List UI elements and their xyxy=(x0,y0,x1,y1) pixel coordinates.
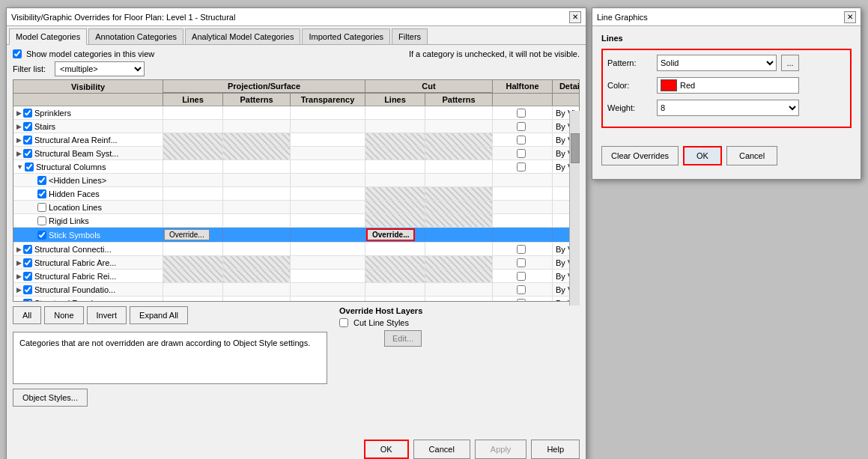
tab-filters[interactable]: Filters xyxy=(392,28,428,44)
main-close-button[interactable]: ✕ xyxy=(569,11,581,23)
table-row[interactable]: ▶ Structural Framing By View xyxy=(13,297,579,301)
halftone-checkbox[interactable] xyxy=(517,299,526,302)
show-model-checkbox-label[interactable]: Show model categories in this view xyxy=(13,49,154,58)
tabs-bar: Model Categories Annotation Categories A… xyxy=(7,26,586,45)
pattern-select[interactable]: Solid xyxy=(657,55,777,71)
show-model-label: Show model categories in this view xyxy=(26,49,154,58)
row-checkbox[interactable] xyxy=(23,122,32,131)
cut-line-styles-label: Cut Line Styles xyxy=(353,318,409,327)
table-row[interactable]: ▶ Structural Foundatio... By View xyxy=(13,283,579,297)
row-checkbox[interactable] xyxy=(23,149,32,158)
color-row: Color: Red xyxy=(607,77,846,94)
cut-line-styles-checkbox[interactable] xyxy=(339,318,348,327)
line-cancel-button[interactable]: Cancel xyxy=(726,146,777,165)
edit-button[interactable]: Edit... xyxy=(384,330,422,347)
pattern-browse-button[interactable]: ... xyxy=(781,55,799,71)
main-dialog: Visibility/Graphic Overrides for Floor P… xyxy=(6,7,586,459)
color-swatch xyxy=(661,79,677,91)
row-checkbox[interactable] xyxy=(25,162,34,171)
tab-model-categories[interactable]: Model Categories xyxy=(9,28,87,45)
lines-section-label: Lines xyxy=(601,34,852,43)
scrollbar-thumb[interactable] xyxy=(571,133,580,163)
table-row[interactable]: ▶ Structural Fabric Rei... By View xyxy=(13,270,579,283)
row-checkbox[interactable] xyxy=(37,231,46,240)
cut-line-styles-row: Cut Line Styles xyxy=(339,318,422,327)
table-row-stick-symbols[interactable]: Stick Symbols Override... Override... xyxy=(13,228,579,243)
all-button[interactable]: All xyxy=(13,306,41,324)
help-button[interactable]: Help xyxy=(531,440,580,459)
clear-overrides-button[interactable]: Clear Overrides xyxy=(601,146,679,165)
halftone-checkbox[interactable] xyxy=(517,258,526,267)
row-checkbox[interactable] xyxy=(37,176,46,185)
halftone-checkbox[interactable] xyxy=(517,285,526,294)
table-container: Visibility Projection/Surface Cut Halfto… xyxy=(13,79,580,302)
line-ok-button[interactable]: OK xyxy=(683,146,722,165)
halftone-checkbox[interactable] xyxy=(517,272,526,281)
dialog-footer: OK Cancel Apply Help xyxy=(364,440,580,459)
row-checkbox[interactable] xyxy=(23,258,32,267)
filter-list-select[interactable]: <multiple> xyxy=(55,61,145,76)
table-row[interactable]: ▶ Structural Area Reinf... By View xyxy=(13,133,579,147)
row-checkbox[interactable] xyxy=(23,272,32,281)
table-row[interactable]: ▼ Structural Columns By View xyxy=(13,160,579,174)
none-button[interactable]: None xyxy=(44,306,83,324)
table-row[interactable]: ▶ Structural Connecti... By View xyxy=(13,243,579,256)
expand-icon: ▶ xyxy=(16,246,22,253)
pattern-label: Pattern: xyxy=(607,58,652,67)
table-row[interactable]: Location Lines xyxy=(13,201,579,214)
object-styles-button[interactable]: Object Styles... xyxy=(13,389,88,407)
filter-list-label: Filter list: xyxy=(13,64,46,73)
table-row[interactable]: Hidden Faces xyxy=(13,187,579,201)
pattern-row: Pattern: Solid ... xyxy=(607,55,846,71)
table-row[interactable]: ▶ Stairs By View xyxy=(13,120,579,133)
apply-button[interactable]: Apply xyxy=(475,440,527,459)
row-checkbox[interactable] xyxy=(37,203,46,212)
row-checkbox[interactable] xyxy=(23,245,32,254)
table-row[interactable]: ▶ Sprinklers By View xyxy=(13,106,579,120)
col-halftone: Halftone xyxy=(493,80,553,93)
row-checkbox[interactable] xyxy=(23,285,32,294)
weight-row: Weight: 8 xyxy=(607,100,846,116)
override-host-label: Override Host Layers xyxy=(339,306,422,315)
col-cut-patterns: Patterns xyxy=(425,94,493,106)
row-checkbox[interactable] xyxy=(37,216,46,225)
obj-styles-container: Object Styles... xyxy=(13,389,327,407)
row-checkbox[interactable] xyxy=(23,299,32,302)
halftone-checkbox[interactable] xyxy=(517,149,526,158)
halftone-checkbox[interactable] xyxy=(517,122,526,131)
color-picker[interactable]: Red xyxy=(657,77,799,94)
weight-select[interactable]: 8 xyxy=(657,100,799,116)
btn-row: All None Invert Expand All xyxy=(13,306,327,324)
line-graphics-dialog: Line Graphics ✕ Lines Pattern: Solid ...… xyxy=(592,7,861,180)
line-content: Lines Pattern: Solid ... Color: Red xyxy=(592,26,861,142)
filter-list-row: Filter list: <multiple> xyxy=(13,61,580,76)
override-cut-btn[interactable]: Override... xyxy=(366,228,415,241)
row-checkbox[interactable] xyxy=(23,136,32,145)
table-row[interactable]: ▶ Structural Beam Syst... By View xyxy=(13,147,579,160)
table-row[interactable]: Rigid Links xyxy=(13,214,579,228)
table-row[interactable]: ▶ Structural Fabric Are... By View xyxy=(13,256,579,270)
tab-imported-categories[interactable]: Imported Categories xyxy=(302,28,390,44)
halftone-checkbox[interactable] xyxy=(517,162,526,171)
expand-all-button[interactable]: Expand All xyxy=(130,306,188,324)
ok-button[interactable]: OK xyxy=(364,440,409,459)
override-lines-btn[interactable]: Override... xyxy=(164,229,210,240)
show-model-checkbox[interactable] xyxy=(13,49,22,58)
col-visibility: Visibility xyxy=(13,80,163,93)
col-proj-transparency: Transparency xyxy=(291,94,365,106)
left-bottom: All None Invert Expand All Categories th… xyxy=(13,306,327,407)
halftone-checkbox[interactable] xyxy=(517,136,526,145)
line-close-button[interactable]: ✕ xyxy=(844,11,856,23)
row-checkbox[interactable] xyxy=(37,189,46,198)
scrollbar-track[interactable] xyxy=(569,111,580,306)
line-titlebar: Line Graphics ✕ xyxy=(592,8,861,26)
bottom-controls: All None Invert Expand All Categories th… xyxy=(13,306,580,407)
tab-annotation-categories[interactable]: Annotation Categories xyxy=(88,28,183,44)
tab-analytical-model[interactable]: Analytical Model Categories xyxy=(185,28,300,44)
halftone-checkbox[interactable] xyxy=(517,245,526,254)
cancel-button[interactable]: Cancel xyxy=(413,440,470,459)
invert-button[interactable]: Invert xyxy=(87,306,127,324)
table-row[interactable]: <Hidden Lines> xyxy=(13,174,579,187)
halftone-checkbox[interactable] xyxy=(517,109,526,118)
row-checkbox[interactable] xyxy=(23,109,32,118)
